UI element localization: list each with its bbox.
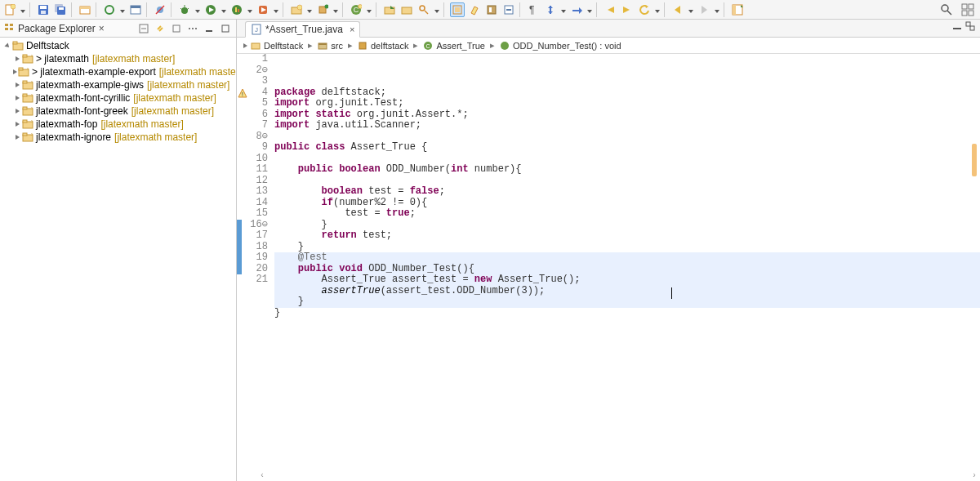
focus-icon[interactable] bbox=[169, 21, 184, 36]
tree-label: jlatexmath-ignore bbox=[36, 131, 111, 143]
maximize-editor-icon[interactable] bbox=[965, 21, 975, 33]
open-task-icon[interactable] bbox=[399, 2, 414, 17]
dropdown-icon[interactable] bbox=[247, 4, 253, 19]
save-all-icon[interactable] bbox=[53, 2, 68, 17]
forward-icon[interactable] bbox=[697, 2, 711, 17]
expand-icon[interactable] bbox=[13, 68, 17, 76]
breadcrumb-item[interactable]: src bbox=[331, 41, 343, 51]
dropdown-icon[interactable] bbox=[434, 4, 440, 19]
close-view-icon[interactable]: × bbox=[99, 23, 105, 34]
minimize-editor-icon[interactable] bbox=[952, 21, 962, 33]
quick-access-search-icon[interactable] bbox=[939, 2, 954, 17]
dropdown-icon[interactable] bbox=[273, 4, 279, 19]
expand-icon[interactable] bbox=[13, 107, 21, 115]
maximize-view-icon[interactable] bbox=[218, 21, 233, 36]
svg-rect-63 bbox=[969, 11, 973, 16]
step-icon[interactable] bbox=[569, 2, 584, 17]
svg-text:›: › bbox=[31, 105, 33, 111]
dropdown-icon[interactable] bbox=[714, 4, 720, 19]
expand-icon[interactable] bbox=[13, 81, 21, 89]
expand-icon[interactable] bbox=[13, 55, 21, 63]
new-package-icon[interactable] bbox=[78, 2, 92, 17]
new-java-package-icon[interactable] bbox=[315, 2, 330, 17]
overview-ruler-marker[interactable] bbox=[972, 144, 977, 176]
breadcrumb[interactable]: Delftstack ▸ src ▸ delftstack ▸ C Assert… bbox=[237, 38, 980, 54]
show-whitespace-icon[interactable] bbox=[501, 2, 516, 17]
horizontal-scrollbar[interactable]: ‹› bbox=[260, 471, 977, 481]
breadcrumb-item[interactable]: delftstack bbox=[371, 41, 408, 51]
run-icon[interactable] bbox=[203, 2, 218, 17]
breadcrumb-arrow-icon[interactable] bbox=[243, 43, 247, 48]
terminal-icon[interactable] bbox=[128, 2, 143, 17]
tree-item[interactable]: › jlatexmath-font-cyrillic [jlatexmath m… bbox=[3, 91, 233, 105]
new-icon[interactable] bbox=[2, 2, 17, 17]
package-icon bbox=[358, 41, 368, 51]
toggle-highlight-icon[interactable] bbox=[467, 2, 482, 17]
back-icon[interactable] bbox=[670, 2, 685, 17]
tree-item[interactable]: › > jlatexmath-example-export [jlatexmat… bbox=[3, 65, 233, 78]
open-type-icon[interactable] bbox=[382, 2, 397, 17]
tree-label: jlatexmath-font-cyrillic bbox=[36, 92, 130, 104]
run-last-icon[interactable] bbox=[256, 2, 270, 17]
tree-item[interactable]: › jlatexmath-font-greek [jlatexmath mast… bbox=[3, 105, 233, 118]
svg-point-10 bbox=[105, 6, 114, 14]
breadcrumb-item[interactable]: ODD_Number_Test() : void bbox=[513, 41, 621, 51]
collapse-icon[interactable] bbox=[543, 2, 558, 17]
link-editor-icon[interactable] bbox=[153, 21, 167, 36]
dropdown-icon[interactable] bbox=[366, 4, 372, 19]
new-java-project-icon[interactable] bbox=[289, 2, 304, 17]
next-annotation-icon[interactable] bbox=[620, 2, 635, 17]
new-class-icon[interactable]: C bbox=[349, 2, 363, 17]
tree-item[interactable]: › > jlatexmath [jlatexmath master] bbox=[3, 52, 233, 65]
editor-tab[interactable]: J *Assert_True.java × bbox=[245, 21, 360, 38]
expand-icon[interactable] bbox=[13, 94, 21, 102]
dropdown-icon[interactable] bbox=[332, 4, 339, 19]
svg-point-72 bbox=[192, 28, 194, 29]
svg-text:›: › bbox=[27, 66, 29, 72]
perspective-switch-icon[interactable] bbox=[960, 2, 975, 17]
dropdown-icon[interactable] bbox=[306, 4, 313, 19]
dropdown-icon[interactable] bbox=[20, 4, 26, 19]
dropdown-icon[interactable] bbox=[560, 4, 567, 19]
code-editor[interactable]: ! 12⊖345678⊖910111213141516⊖1718192021 p… bbox=[237, 54, 980, 481]
breadcrumb-item[interactable]: Assert_True bbox=[436, 41, 485, 51]
search-icon[interactable] bbox=[416, 2, 431, 17]
dropdown-icon[interactable] bbox=[194, 4, 201, 19]
svg-point-58 bbox=[942, 5, 948, 11]
dropdown-icon[interactable] bbox=[220, 4, 227, 19]
dropdown-icon[interactable] bbox=[654, 4, 661, 19]
tree-item[interactable]: › jlatexmath-example-giws [jlatexmath ma… bbox=[3, 78, 233, 91]
paragraph-icon[interactable]: ¶ bbox=[526, 2, 541, 17]
collapse-all-icon[interactable] bbox=[136, 21, 151, 36]
last-edit-icon[interactable] bbox=[637, 2, 652, 17]
open-perspective-icon[interactable] bbox=[730, 2, 745, 17]
dropdown-icon[interactable] bbox=[586, 4, 593, 19]
code-content[interactable]: package delftstack;import org.junit.Test… bbox=[271, 54, 980, 481]
toggle-breakpoint-icon[interactable] bbox=[102, 2, 117, 17]
package-explorer-tree[interactable]: Delftstack › > jlatexmath [jlatexmath ma… bbox=[0, 38, 236, 145]
tree-label: jlatexmath-example-giws bbox=[36, 79, 144, 91]
tree-item[interactable]: › jlatexmath-ignore [jlatexmath master] bbox=[3, 131, 233, 144]
toggle-mark-occurrences-icon[interactable] bbox=[450, 2, 465, 17]
close-tab-icon[interactable]: × bbox=[350, 24, 354, 34]
project-icon: › bbox=[22, 92, 33, 104]
debug-icon[interactable] bbox=[177, 2, 192, 17]
svg-marker-49 bbox=[572, 7, 582, 14]
toggle-block-selection-icon[interactable] bbox=[484, 2, 499, 17]
breadcrumb-item[interactable]: Delftstack bbox=[264, 41, 303, 51]
prev-annotation-icon[interactable] bbox=[603, 2, 617, 17]
expand-icon[interactable] bbox=[2, 40, 13, 51]
expand-icon[interactable] bbox=[13, 133, 21, 141]
save-icon[interactable] bbox=[36, 2, 51, 17]
expand-icon[interactable] bbox=[13, 120, 21, 128]
dropdown-icon[interactable] bbox=[688, 4, 694, 19]
view-menu-icon[interactable] bbox=[185, 21, 200, 36]
svg-rect-77 bbox=[13, 42, 17, 44]
tree-item[interactable]: Delftstack bbox=[3, 39, 233, 52]
skip-breakpoints-icon[interactable] bbox=[153, 2, 167, 17]
tree-item[interactable]: › jlatexmath-fop [jlatexmath master] bbox=[3, 118, 233, 131]
svg-line-37 bbox=[425, 11, 428, 14]
minimize-view-icon[interactable] bbox=[202, 21, 216, 36]
dropdown-icon[interactable] bbox=[119, 4, 126, 19]
coverage-icon[interactable] bbox=[229, 2, 244, 17]
